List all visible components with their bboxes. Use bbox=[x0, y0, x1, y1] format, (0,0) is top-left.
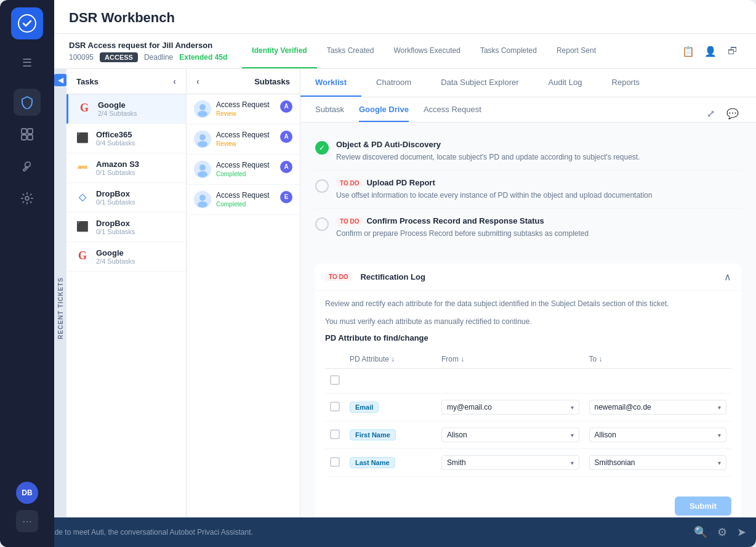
tab-chatroom[interactable]: Chatroom bbox=[361, 69, 426, 97]
hamburger-menu[interactable]: ☰ bbox=[16, 52, 38, 74]
task-label: Object & PD Auti-Discovery bbox=[336, 140, 741, 149]
ticket-tab-tasks-completed[interactable]: Tasks Completed bbox=[470, 34, 547, 68]
user-avatar[interactable]: DB bbox=[16, 482, 38, 504]
task-desc: Use offset information to locate every i… bbox=[336, 190, 741, 201]
pd-table: PD Attribute ↓ From ↓ To ↓ bbox=[325, 350, 731, 477]
nav-shield[interactable] bbox=[14, 89, 41, 116]
ticket-tab-workflows[interactable]: Workflows Executed bbox=[384, 34, 470, 68]
submit-button[interactable]: Submit bbox=[675, 496, 731, 516]
page-title: DSR Workbench bbox=[69, 10, 741, 26]
header: DSR Workbench bbox=[54, 0, 756, 34]
task-info: Amazon S3 0/1 Subtasks bbox=[96, 160, 177, 176]
tasks-panel: Tasks ‹ G Google 2/4 Subtasks ⬛ bbox=[66, 69, 187, 547]
task-info: DropBox 0/1 Subtasks bbox=[96, 189, 177, 206]
svg-point-7 bbox=[199, 104, 206, 110]
task-subtasks: 2/4 Subtasks bbox=[96, 257, 177, 265]
download-icon[interactable]: 📋 bbox=[680, 43, 697, 60]
svg-rect-3 bbox=[22, 135, 26, 140]
pd-checkbox[interactable] bbox=[330, 375, 340, 385]
ticket-tab-tasks-created[interactable]: Tasks Created bbox=[317, 34, 384, 68]
task-item[interactable]: ⬛ DropBox 0/1 Subtasks bbox=[66, 213, 186, 242]
recent-tickets-label: RECENT TICKETS bbox=[57, 277, 64, 339]
subtask-status: Completed bbox=[216, 201, 275, 208]
svg-point-10 bbox=[199, 134, 206, 140]
nav-dashboard[interactable] bbox=[14, 121, 41, 148]
collapse-rect-icon[interactable]: ∧ bbox=[724, 271, 731, 283]
subtask-item[interactable]: Access Request Review A bbox=[187, 124, 300, 155]
nav-tools[interactable] bbox=[14, 153, 41, 180]
pd-title: PD Attribute to find/change bbox=[325, 333, 731, 342]
subtask-item[interactable]: Access Request Completed E bbox=[187, 185, 300, 215]
task-label: TO DOConfirm Process Record and Response… bbox=[336, 216, 741, 225]
tab-data-subject-explorer[interactable]: Data Subject Explorer bbox=[426, 69, 533, 97]
pd-checkbox[interactable] bbox=[330, 402, 340, 411]
chevron-down-icon: ▾ bbox=[571, 404, 574, 411]
recent-tickets-panel: ◀ RECENT TICKETS bbox=[54, 69, 66, 547]
rectification-description: Review and rectify each attribute for th… bbox=[315, 291, 741, 317]
search-icon[interactable]: 🔍 bbox=[694, 525, 707, 539]
subtask-list: Access Request Review A Access Request R… bbox=[187, 94, 300, 547]
grid-icon[interactable]: ⋯ bbox=[16, 510, 38, 532]
task-item[interactable]: G Google 2/4 Subtasks bbox=[66, 242, 186, 272]
tab-worklist[interactable]: Worklist bbox=[300, 69, 361, 97]
task-content: TO DOConfirm Process Record and Response… bbox=[336, 216, 741, 239]
subtasks-collapse-icon[interactable]: ‹ bbox=[196, 76, 199, 86]
subtask-info: Access Request Completed bbox=[216, 191, 275, 208]
subtask-item[interactable]: Access Request Review A bbox=[187, 94, 300, 124]
to-email-select[interactable]: newemail@co.de ▾ bbox=[589, 400, 727, 415]
ticket-tab-report-sent[interactable]: Report Sent bbox=[547, 34, 606, 68]
window-icon[interactable]: 🗗 bbox=[724, 43, 741, 60]
rectification-section: TO DO Rectification Log ∧ Review and rec… bbox=[315, 264, 741, 525]
task-subtasks: 0/4 Subtasks bbox=[96, 139, 177, 147]
from-lastname-select[interactable]: Smith ▾ bbox=[441, 455, 579, 470]
svg-point-17 bbox=[198, 201, 207, 208]
sidebar-nav bbox=[14, 89, 41, 482]
deadline-status: Extended 45d bbox=[179, 53, 227, 62]
app-logo[interactable] bbox=[11, 7, 43, 39]
sub-tab-access-request[interactable]: Access Request bbox=[424, 105, 481, 122]
sub-tab-google-drive[interactable]: Google Drive bbox=[359, 105, 409, 122]
tasks-collapse-icon[interactable]: ‹ bbox=[173, 76, 176, 86]
tab-audit-log[interactable]: Audit Log bbox=[534, 69, 597, 97]
ticket-bar: DSR Access request for Jill Anderson 100… bbox=[54, 34, 756, 69]
task-item[interactable]: ◇ DropBox 0/1 Subtasks bbox=[66, 183, 186, 213]
subtask-avatar bbox=[194, 131, 211, 148]
to-lastname-select[interactable]: Smithsonian ▾ bbox=[589, 455, 727, 470]
table-row: First Name Alison ▾ bbox=[325, 421, 731, 449]
task-icon-office: ⬛ bbox=[75, 130, 90, 145]
tab-reports[interactable]: Reports bbox=[597, 69, 655, 97]
filter-icon[interactable]: ⚙ bbox=[717, 525, 727, 539]
pd-checkbox[interactable] bbox=[330, 429, 340, 439]
todo-badge: TO DO bbox=[336, 217, 363, 225]
subtask-status: Review bbox=[216, 140, 275, 147]
collapse-button[interactable]: ◀ bbox=[54, 74, 66, 86]
pd-checkbox[interactable] bbox=[330, 457, 340, 467]
ticket-tab-identity[interactable]: Identity Verified bbox=[242, 34, 316, 68]
arrow-icon[interactable]: ➤ bbox=[737, 525, 746, 539]
chevron-down-icon: ▾ bbox=[571, 432, 574, 439]
pd-col-to: To ↓ bbox=[584, 350, 732, 369]
user-icon[interactable]: 👤 bbox=[702, 43, 719, 60]
task-row-1: ✓ Object & PD Auti-Discovery Review disc… bbox=[315, 132, 741, 171]
subtask-item[interactable]: Access Request Completed A bbox=[187, 155, 300, 185]
from-email-select[interactable]: my@email.co ▾ bbox=[441, 400, 579, 415]
task-list: G Google 2/4 Subtasks ⬛ Office365 0/4 Su… bbox=[66, 94, 186, 524]
task-subtasks: 0/1 Subtasks bbox=[96, 169, 177, 176]
task-info: DropBox 0/1 Subtasks bbox=[96, 219, 177, 235]
todo-badge: TO DO bbox=[336, 179, 363, 187]
task-item[interactable]: ⬛ Office365 0/4 Subtasks bbox=[66, 124, 186, 153]
subtask-name: Access Request bbox=[216, 161, 275, 169]
subtask-avatar bbox=[194, 100, 211, 118]
main-tab-bar: Worklist Chatroom Data Subject Explorer … bbox=[300, 69, 756, 97]
ticket-type-badge: ACCESS bbox=[100, 52, 138, 62]
nav-settings[interactable] bbox=[14, 185, 41, 212]
expand-icon[interactable]: ⤢ bbox=[702, 105, 719, 122]
sub-tab-subtask[interactable]: Subtask bbox=[315, 105, 344, 122]
task-item[interactable]: G Google 2/4 Subtasks bbox=[66, 94, 186, 124]
from-firstname-select[interactable]: Alison ▾ bbox=[441, 427, 579, 442]
pd-attribute-firstname: First Name bbox=[350, 429, 396, 440]
pd-col-checkbox bbox=[325, 350, 345, 369]
comment-icon[interactable]: 💬 bbox=[724, 105, 741, 122]
to-firstname-select[interactable]: Allison ▾ bbox=[589, 427, 727, 442]
task-item[interactable]: aws Amazon S3 0/1 Subtasks bbox=[66, 153, 186, 183]
